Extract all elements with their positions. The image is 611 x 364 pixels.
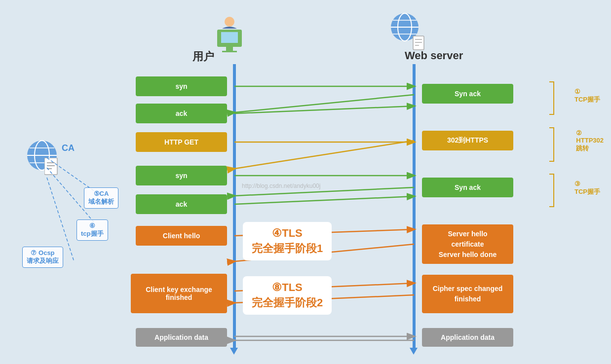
ack1-box: ack	[136, 104, 227, 123]
svg-line-30	[234, 196, 414, 204]
app-data-left-box: Application data	[136, 328, 227, 347]
svg-point-13	[225, 17, 234, 27]
client-hello-box: Client hello	[136, 226, 227, 246]
tls-phase2-label: ⑧TLS完全握手阶段2	[243, 276, 332, 315]
tcp3-annotation: ③ TCP握手	[574, 180, 600, 196]
syn2-box: syn	[136, 166, 227, 185]
http302-bracket	[549, 127, 554, 162]
svg-rect-11	[226, 47, 233, 51]
svg-rect-10	[221, 32, 238, 43]
user-timeline	[233, 64, 236, 350]
httpget-box: HTTP GET	[136, 132, 227, 152]
user-timeline-arrow	[230, 348, 238, 355]
app-data-right-box: Application data	[422, 328, 513, 347]
svg-line-25	[234, 106, 414, 113]
cipher-spec-box: Cipher spec changed finished	[422, 275, 513, 313]
ca-icon-area: CA	[25, 138, 64, 178]
server-hello-box: Server hello certificate Server hello do…	[422, 224, 513, 264]
diagram-container: CA 用户 Web server	[0, 0, 611, 364]
tcp6-annotation: ⑥tcp握手	[76, 219, 108, 241]
ca-annotation: ⑤CA域名解析	[84, 187, 118, 209]
client-key-box: Client key exchange finished	[131, 274, 227, 313]
user-label: 用户	[192, 49, 214, 64]
syn-ack1-box: Syn ack	[422, 84, 513, 104]
server-label: Web server	[405, 49, 463, 62]
server-timeline-arrow	[410, 348, 418, 355]
svg-rect-12	[222, 51, 237, 52]
redir302-box: 302到HTTPS	[422, 131, 513, 150]
syn1-box: syn	[136, 76, 227, 96]
http302-annotation: ② HTTP302 跳转	[576, 129, 604, 153]
tcp1-bracket	[549, 81, 554, 115]
svg-line-27	[234, 141, 414, 169]
tcp3-bracket	[549, 174, 554, 207]
user-icon	[212, 15, 247, 56]
watermark: http://blog.csdn.net/andyku00j	[242, 182, 320, 189]
syn-ack2-box: Syn ack	[422, 178, 513, 197]
ocsp-annotation: ⑦ Ocsp请求及响应	[22, 247, 63, 268]
tls-phase1-label: ④TLS完全握手阶段1	[243, 222, 332, 260]
ack2-box: ack	[136, 194, 227, 214]
server-timeline	[413, 64, 416, 350]
tcp1-annotation: ① TCP握手	[574, 88, 600, 104]
svg-rect-19	[413, 36, 424, 50]
ca-label: CA	[62, 143, 75, 153]
svg-line-24	[234, 95, 414, 112]
